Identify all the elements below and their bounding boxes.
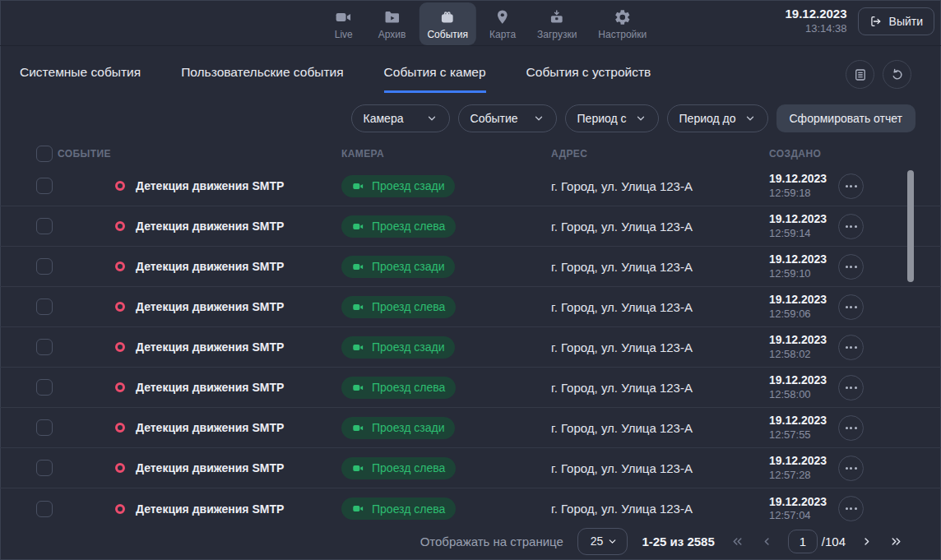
tab-user-events[interactable]: Пользовательские события bbox=[181, 65, 343, 93]
address-cell: г. Город, ул. Улица 123-А bbox=[551, 502, 769, 516]
row-checkbox[interactable] bbox=[36, 299, 53, 315]
refresh-icon bbox=[890, 67, 905, 82]
created-cell: 19.12.2023 12:57:55 bbox=[769, 413, 838, 442]
camera-name: Проезд слева bbox=[372, 381, 445, 394]
camera-badge[interactable]: Проезд сзади bbox=[341, 256, 455, 278]
camera-icon bbox=[352, 220, 364, 233]
camera-badge[interactable]: Проезд слева bbox=[341, 498, 456, 520]
row-checkbox[interactable] bbox=[36, 379, 53, 396]
created-date: 19.12.2023 bbox=[769, 171, 838, 186]
filter-period-from-dropdown[interactable]: Период с bbox=[565, 104, 659, 132]
event-type-ring-icon bbox=[115, 261, 125, 271]
tab-camera-events[interactable]: События с камер bbox=[384, 65, 486, 93]
table-scrollbar-thumb[interactable] bbox=[907, 170, 914, 282]
nav-item-map[interactable]: Карта bbox=[481, 2, 524, 45]
created-time: 12:57:28 bbox=[769, 469, 838, 483]
row-checkbox[interactable] bbox=[36, 460, 53, 476]
filter-event-dropdown[interactable]: Событие bbox=[458, 104, 557, 132]
select-all-checkbox[interactable] bbox=[36, 146, 53, 162]
row-checkbox[interactable] bbox=[36, 501, 53, 517]
prev-page-button[interactable] bbox=[758, 533, 776, 550]
filter-period-to-dropdown[interactable]: Период до bbox=[667, 104, 768, 132]
live-camera-icon bbox=[335, 8, 353, 26]
filter-event-label: Событие bbox=[471, 112, 518, 125]
camera-badge[interactable]: Проезд сзади bbox=[341, 417, 455, 439]
camera-name: Проезд сзади bbox=[372, 179, 444, 192]
tab-system-events[interactable]: Системные события bbox=[20, 65, 141, 93]
created-cell: 19.12.2023 12:59:18 bbox=[769, 171, 838, 200]
camera-badge[interactable]: Проезд сзади bbox=[341, 336, 455, 359]
current-time: 13:14:38 bbox=[785, 22, 846, 35]
nav-item-settings[interactable]: Настройки bbox=[590, 2, 655, 45]
address-cell: г. Город, ул. Улица 123-А bbox=[551, 179, 769, 193]
downloads-camera-icon bbox=[548, 8, 566, 26]
event-cell: Детекция движения SMTP bbox=[53, 220, 341, 233]
last-page-button[interactable] bbox=[888, 533, 905, 550]
camera-name: Проезд сзади bbox=[372, 421, 444, 434]
row-checkbox[interactable] bbox=[36, 339, 53, 355]
row-menu-button[interactable] bbox=[838, 456, 864, 481]
row-checkbox[interactable] bbox=[36, 178, 53, 194]
next-page-button[interactable] bbox=[858, 533, 875, 550]
nav-item-downloads[interactable]: Загрузки bbox=[529, 2, 585, 45]
page-number-input[interactable] bbox=[788, 530, 818, 553]
chevron-down-icon bbox=[635, 113, 647, 124]
row-menu-button[interactable] bbox=[838, 496, 864, 521]
column-header-camera: КАМЕРА bbox=[341, 148, 551, 160]
row-menu-button[interactable] bbox=[838, 174, 864, 199]
camera-cell: Проезд сзади bbox=[341, 175, 551, 197]
row-menu-button[interactable] bbox=[838, 214, 864, 239]
table-row: Детекция движения SMTP Проезд слева г. Г… bbox=[0, 206, 941, 247]
camera-badge[interactable]: Проезд сзади bbox=[341, 175, 455, 197]
camera-badge[interactable]: Проезд слева bbox=[341, 457, 456, 479]
address-cell: г. Город, ул. Улица 123-А bbox=[551, 260, 769, 274]
first-page-button[interactable] bbox=[729, 533, 746, 550]
row-checkbox[interactable] bbox=[36, 419, 53, 436]
logout-button[interactable]: Выйти bbox=[858, 7, 934, 35]
page-size-value: 25 bbox=[591, 535, 604, 548]
nav-item-events[interactable]: События bbox=[419, 2, 476, 45]
filter-period-from-label: Период с bbox=[577, 112, 627, 125]
row-checkbox[interactable] bbox=[36, 258, 53, 275]
nav-item-archive[interactable]: Архив bbox=[370, 2, 415, 45]
row-menu-button[interactable] bbox=[838, 375, 864, 400]
created-cell: 19.12.2023 12:59:10 bbox=[769, 252, 838, 280]
created-time: 12:59:18 bbox=[769, 187, 838, 201]
created-time: 12:57:04 bbox=[769, 509, 838, 523]
event-name: Детекция движения SMTP bbox=[136, 421, 284, 434]
page-size-select[interactable]: 25 bbox=[577, 528, 628, 555]
filter-camera-dropdown[interactable]: Камера bbox=[351, 104, 450, 132]
camera-cell: Проезд сзади bbox=[341, 336, 551, 359]
camera-badge[interactable]: Проезд слева bbox=[341, 377, 456, 399]
datetime-display: 19.12.2023 13:14:38 bbox=[785, 7, 846, 35]
camera-cell: Проезд слева bbox=[341, 377, 551, 399]
event-type-ring-icon bbox=[115, 504, 125, 514]
event-type-ring-icon bbox=[115, 423, 125, 433]
row-checkbox[interactable] bbox=[36, 218, 53, 234]
created-date: 19.12.2023 bbox=[769, 292, 838, 307]
camera-cell: Проезд слева bbox=[341, 215, 551, 238]
report-list-button[interactable] bbox=[846, 60, 874, 89]
camera-badge[interactable]: Проезд слева bbox=[341, 296, 456, 318]
tab-device-events[interactable]: События с устройств bbox=[526, 65, 651, 93]
archive-folder-icon bbox=[383, 8, 401, 26]
created-time: 12:57:55 bbox=[769, 428, 838, 442]
current-date: 19.12.2023 bbox=[785, 7, 846, 22]
logout-icon bbox=[869, 15, 883, 28]
nav-item-live[interactable]: Live bbox=[322, 2, 365, 45]
row-menu-button[interactable] bbox=[838, 294, 864, 320]
column-header-created: СОЗДАНО bbox=[769, 148, 838, 160]
camera-icon bbox=[352, 301, 364, 313]
generate-report-button[interactable]: Сформировать отчет bbox=[776, 104, 916, 132]
row-menu-button[interactable] bbox=[838, 335, 864, 360]
row-menu-button[interactable] bbox=[838, 415, 864, 441]
map-pin-icon bbox=[494, 8, 512, 26]
camera-name: Проезд слева bbox=[372, 502, 445, 516]
row-menu-button[interactable] bbox=[838, 254, 864, 280]
tabs-bar: Системные события Пользовательские событ… bbox=[0, 46, 941, 93]
refresh-button[interactable] bbox=[883, 60, 911, 89]
nav-item-label: Загрузки bbox=[537, 29, 577, 40]
logout-label: Выйти bbox=[889, 15, 923, 28]
camera-badge[interactable]: Проезд слева bbox=[341, 215, 456, 238]
pagination-bar: Отображать на странице 25 1-25 из 2585 /… bbox=[0, 527, 941, 560]
